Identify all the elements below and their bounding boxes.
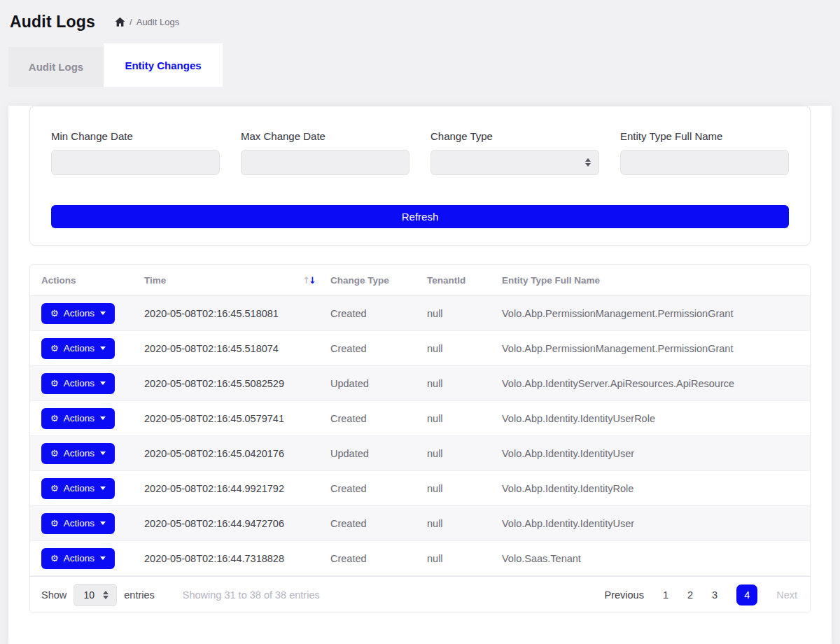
change-type-label: Change Type	[430, 130, 599, 142]
tenant-id-cell: null	[427, 343, 502, 354]
page-size-select[interactable]: 10	[74, 584, 117, 606]
column-header-entity-type: Entity Type Full Name	[502, 275, 810, 286]
row-actions-button[interactable]: ⚙Actions	[41, 408, 115, 429]
pagination-page-1[interactable]: 1	[663, 589, 668, 601]
time-cell: 2020-05-08T02:16:44.9921792	[144, 483, 330, 494]
caret-down-icon	[100, 522, 106, 525]
time-cell: 2020-05-08T02:16:44.9472706	[144, 518, 330, 529]
page-header: Audit Logs / Audit Logs	[0, 0, 840, 43]
table-row: ⚙Actions2020-05-08T02:16:44.7318828Creat…	[30, 541, 810, 576]
table-row: ⚙Actions2020-05-08T02:16:45.518074Create…	[30, 331, 810, 366]
filter-card: Min Change Date Max Change Date Change T…	[29, 106, 811, 246]
caret-down-icon	[100, 451, 106, 455]
pagination-page-2[interactable]: 2	[687, 589, 693, 601]
filter-max-change-date: Max Change Date	[241, 130, 410, 175]
tab-entity-changes[interactable]: Entity Changes	[104, 43, 223, 87]
change-type-cell: Created	[330, 518, 427, 529]
change-type-cell: Updated	[330, 448, 427, 459]
tab-bar: Audit Logs Entity Changes	[0, 43, 840, 87]
actions-button-label: Actions	[64, 483, 94, 493]
table-header-row: Actions Time ↑↓ Change Type TenantId Ent…	[30, 265, 810, 296]
refresh-button[interactable]: Refresh	[51, 205, 789, 228]
breadcrumb-separator: /	[130, 17, 132, 27]
entries-label: entries	[124, 589, 155, 601]
tab-audit-logs-label: Audit Logs	[29, 61, 83, 73]
table-body: ⚙Actions2020-05-08T02:16:45.518081Create…	[30, 296, 810, 576]
row-actions-button[interactable]: ⚙Actions	[41, 513, 115, 534]
time-cell: 2020-05-08T02:16:44.7318828	[144, 553, 330, 564]
page-numbers: 1234	[663, 584, 757, 606]
time-cell: 2020-05-08T02:16:45.0420176	[144, 448, 330, 459]
row-actions-button[interactable]: ⚙Actions	[41, 373, 115, 394]
time-cell: 2020-05-08T02:16:45.0579741	[144, 413, 330, 424]
tenant-id-cell: null	[427, 553, 502, 564]
main-panel: Min Change Date Max Change Date Change T…	[8, 106, 832, 644]
column-header-time-label: Time	[144, 275, 166, 286]
pagination-previous[interactable]: Previous	[605, 589, 644, 601]
sort-desc-icon[interactable]: ↑↓	[302, 275, 315, 286]
table-footer: Show 10 entries Showing 31 to 38 of 38 e…	[30, 576, 810, 612]
page-title: Audit Logs	[10, 13, 95, 31]
change-type-cell: Created	[330, 483, 427, 494]
change-type-cell: Created	[330, 308, 427, 319]
entity-type-cell: Volo.Abp.Identity.IdentityUser	[502, 448, 810, 459]
entity-type-cell: Volo.Abp.PermissionManagement.Permission…	[502, 343, 810, 354]
time-cell: 2020-05-08T02:16:45.518081	[144, 308, 330, 319]
row-actions-button[interactable]: ⚙Actions	[41, 478, 115, 499]
entity-type-cell: Volo.Abp.IdentityServer.ApiResources.Api…	[502, 378, 810, 389]
time-cell: 2020-05-08T02:16:45.5082529	[144, 378, 330, 389]
caret-down-icon	[100, 382, 106, 385]
caret-down-icon	[100, 416, 106, 420]
home-icon[interactable]	[115, 17, 125, 27]
gear-icon: ⚙	[50, 484, 59, 493]
breadcrumb: / Audit Logs	[115, 17, 179, 27]
pagination-next[interactable]: Next	[776, 589, 797, 601]
actions-button-label: Actions	[64, 343, 94, 354]
column-header-change-type: Change Type	[330, 275, 427, 286]
tab-entity-changes-label: Entity Changes	[125, 59, 201, 71]
caret-down-icon	[100, 556, 106, 560]
time-cell: 2020-05-08T02:16:45.518074	[144, 343, 330, 354]
tenant-id-cell: null	[427, 413, 502, 424]
entries-summary: Showing 31 to 38 of 38 entries	[183, 589, 320, 601]
entity-type-cell: Volo.Abp.Identity.IdentityUserRole	[502, 413, 810, 424]
actions-button-label: Actions	[64, 413, 94, 424]
tenant-id-cell: null	[427, 518, 502, 529]
table-row: ⚙Actions2020-05-08T02:16:45.518081Create…	[30, 296, 810, 331]
change-type-cell: Updated	[330, 378, 427, 389]
row-actions-button[interactable]: ⚙Actions	[41, 548, 115, 569]
change-type-cell: Created	[330, 343, 427, 354]
filter-entity-type: Entity Type Full Name	[620, 130, 789, 175]
row-actions-button[interactable]: ⚙Actions	[41, 443, 115, 464]
actions-button-label: Actions	[64, 448, 94, 458]
actions-button-label: Actions	[64, 553, 94, 564]
change-type-cell: Created	[330, 553, 427, 564]
tenant-id-cell: null	[427, 448, 502, 459]
table-row: ⚙Actions2020-05-08T02:16:44.9472706Creat…	[30, 506, 810, 541]
gear-icon: ⚙	[50, 344, 59, 353]
actions-button-label: Actions	[64, 308, 94, 318]
page-size-value[interactable]: 10	[74, 584, 117, 606]
min-change-date-label: Min Change Date	[51, 130, 220, 142]
row-actions-button[interactable]: ⚙Actions	[41, 303, 115, 324]
filter-min-change-date: Min Change Date	[51, 130, 220, 175]
pagination-page-4[interactable]: 4	[736, 584, 757, 606]
pagination-page-3[interactable]: 3	[712, 589, 718, 601]
entity-type-label: Entity Type Full Name	[620, 130, 789, 142]
breadcrumb-current: Audit Logs	[136, 17, 179, 27]
table-row: ⚙Actions2020-05-08T02:16:45.5082529Updat…	[30, 366, 810, 401]
actions-button-label: Actions	[64, 378, 94, 388]
row-actions-button[interactable]: ⚙Actions	[41, 338, 115, 359]
table-row: ⚙Actions2020-05-08T02:16:44.9921792Creat…	[30, 471, 810, 506]
change-type-select[interactable]	[430, 150, 599, 175]
entity-type-cell: Volo.Abp.PermissionManagement.Permission…	[502, 308, 810, 319]
actions-button-label: Actions	[64, 518, 94, 528]
tab-audit-logs[interactable]: Audit Logs	[8, 47, 104, 87]
entity-type-input[interactable]	[620, 150, 789, 175]
max-change-date-input[interactable]	[241, 150, 410, 175]
gear-icon: ⚙	[50, 554, 59, 563]
entity-type-cell: Volo.Saas.Tenant	[502, 553, 810, 564]
tenant-id-cell: null	[427, 378, 502, 389]
column-header-time[interactable]: Time ↑↓	[144, 275, 330, 286]
min-change-date-input[interactable]	[51, 150, 220, 175]
